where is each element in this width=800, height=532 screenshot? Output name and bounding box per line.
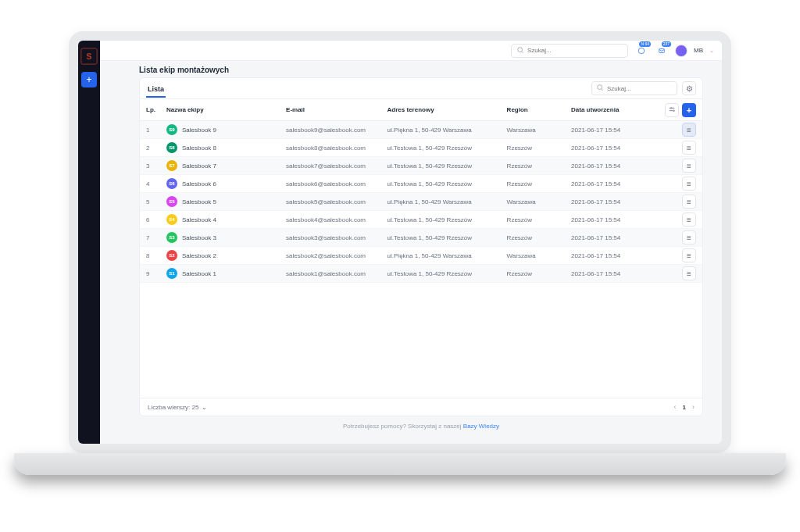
laptop-base (14, 453, 786, 475)
menu-icon: ≡ (687, 198, 691, 206)
team-avatar: S8 (166, 142, 177, 153)
page-next[interactable]: › (692, 403, 695, 411)
sliders-icon (668, 105, 676, 115)
search-icon (596, 84, 604, 93)
add-row-button[interactable]: + (682, 103, 696, 117)
svg-point-1 (638, 48, 645, 54)
page-title: Lista ekip montażowych (139, 66, 703, 74)
table-row[interactable]: 1S9Salesbook 9salesbook9@salesbook.comul… (140, 121, 702, 139)
list-panel: Lista ⚙ (139, 77, 703, 416)
chevron-down-icon: ⌄ (202, 404, 207, 411)
col-created[interactable]: Data utworzenia (571, 106, 654, 113)
cell-name: S1Salesbook 1 (166, 268, 286, 279)
laptop-frame: S + N 64 237 MB (69, 31, 731, 453)
table-row[interactable]: 7S3Salesbook 3salesbook3@salesbook.comul… (140, 229, 702, 247)
cell-email: salesbook6@salesbook.com (286, 180, 388, 187)
menu-icon: ≡ (687, 144, 691, 152)
team-avatar: S7 (166, 160, 177, 171)
team-avatar: S4 (166, 214, 177, 225)
team-avatar: S1 (166, 268, 177, 279)
sidebar-add-button[interactable]: + (81, 72, 97, 87)
notif-button-1[interactable]: N 64 (634, 44, 648, 58)
team-avatar: S5 (166, 196, 177, 207)
avatar[interactable] (675, 45, 688, 57)
team-avatar: S6 (166, 178, 177, 189)
team-name: Salesbook 8 (182, 145, 216, 152)
panel-search-input[interactable] (607, 85, 689, 92)
svg-point-0 (518, 47, 523, 52)
row-menu-button[interactable]: ≡ (682, 266, 696, 280)
cell-lp: 9 (146, 270, 166, 277)
cell-email: salesbook2@salesbook.com (286, 252, 388, 259)
cell-actions: ≡ (654, 266, 696, 280)
table-row[interactable]: 2S8Salesbook 8salesbook8@salesbook.comul… (140, 139, 702, 157)
team-name: Salesbook 3 (182, 234, 216, 241)
rows-per-page[interactable]: Liczba wierszy: 25 ⌄ (148, 404, 207, 411)
cell-region: Warszawa (507, 198, 571, 205)
cell-created: 2021-06-17 15:54 (571, 145, 654, 152)
col-email[interactable]: E-mail (286, 106, 388, 113)
col-actions: + (654, 103, 696, 117)
global-search-input[interactable] (527, 47, 623, 54)
tab-lista[interactable]: Lista (146, 82, 166, 98)
col-lp[interactable]: Lp. (146, 106, 166, 113)
team-name: Salesbook 7 (182, 162, 216, 170)
page-prev[interactable]: ‹ (674, 403, 677, 411)
panel-search[interactable] (591, 81, 677, 95)
table-body: 1S9Salesbook 9salesbook9@salesbook.comul… (140, 121, 702, 398)
cell-name: S5Salesbook 5 (166, 196, 286, 207)
global-search[interactable] (511, 44, 628, 58)
row-menu-button[interactable]: ≡ (682, 123, 696, 137)
team-avatar: S3 (166, 232, 177, 243)
svg-point-3 (598, 85, 602, 90)
cell-email: salesbook5@salesbook.com (286, 198, 388, 205)
row-menu-button[interactable]: ≡ (682, 141, 696, 155)
row-menu-button[interactable]: ≡ (682, 230, 696, 245)
menu-icon: ≡ (687, 126, 691, 134)
row-menu-button[interactable]: ≡ (682, 195, 696, 209)
cell-address: ul.Piękna 1, 50-429 Warszawa (388, 252, 507, 259)
cell-name: S7Salesbook 7 (166, 160, 286, 171)
col-region[interactable]: Region (507, 106, 571, 113)
cell-address: ul.Piękna 1, 50-429 Warszawa (388, 127, 507, 134)
team-name: Salesbook 9 (182, 127, 216, 134)
columns-button[interactable] (665, 103, 679, 117)
table-row[interactable]: 5S5Salesbook 5salesbook5@salesbook.comul… (140, 193, 702, 211)
help-line: Potrzebujesz pomocy? Skorzystaj z naszej… (139, 416, 703, 436)
menu-icon: ≡ (687, 252, 691, 260)
row-menu-button[interactable]: ≡ (682, 248, 696, 262)
cell-actions: ≡ (654, 195, 696, 209)
table-header: Lp. Nazwa ekipy E-mail Adres terenowy Re… (140, 99, 702, 121)
user-menu-chevron-icon[interactable]: ⌄ (709, 48, 714, 54)
panel-header: Lista ⚙ (140, 78, 702, 99)
cell-address: ul.Testowa 1, 50-429 Rzeszów (388, 145, 507, 152)
table-row[interactable]: 8S2Salesbook 2salesbook2@salesbook.comul… (140, 247, 702, 265)
row-menu-button[interactable]: ≡ (682, 177, 696, 191)
logo-icon[interactable]: S (81, 48, 98, 65)
table-row[interactable]: 9S1Salesbook 1salesbook1@salesbook.comul… (140, 265, 702, 283)
col-address[interactable]: Adres terenowy (388, 106, 507, 113)
notif-badge-2: 237 (662, 41, 671, 47)
cell-lp: 6 (146, 216, 166, 223)
cell-address: ul.Testowa 1, 50-429 Rzeszów (388, 162, 507, 170)
cell-address: ul.Testowa 1, 50-429 Rzeszów (388, 216, 507, 223)
camera-dot (398, 34, 402, 37)
settings-button[interactable]: ⚙ (682, 81, 696, 95)
row-menu-button[interactable]: ≡ (682, 212, 696, 227)
table-row[interactable]: 4S6Salesbook 6salesbook6@salesbook.comul… (140, 175, 702, 193)
panel-footer: Liczba wierszy: 25 ⌄ ‹ 1 › (140, 398, 702, 416)
col-name[interactable]: Nazwa ekipy (166, 106, 286, 113)
team-avatar: S9 (166, 124, 177, 135)
cell-email: salesbook9@salesbook.com (286, 127, 388, 134)
cell-name: S3Salesbook 3 (166, 232, 286, 243)
row-menu-button[interactable]: ≡ (682, 159, 696, 173)
svg-point-4 (670, 107, 672, 109)
cell-lp: 2 (146, 145, 166, 152)
table-row[interactable]: 6S4Salesbook 4salesbook4@salesbook.comul… (140, 211, 702, 229)
notif-button-2[interactable]: 237 (655, 44, 669, 58)
cell-region: Rzeszów (507, 145, 571, 152)
help-link[interactable]: Bazy Wiedzy (463, 423, 499, 430)
cell-actions: ≡ (654, 141, 696, 155)
pager: ‹ 1 › (674, 403, 695, 411)
table-row[interactable]: 3S7Salesbook 7salesbook7@salesbook.comul… (140, 157, 702, 175)
